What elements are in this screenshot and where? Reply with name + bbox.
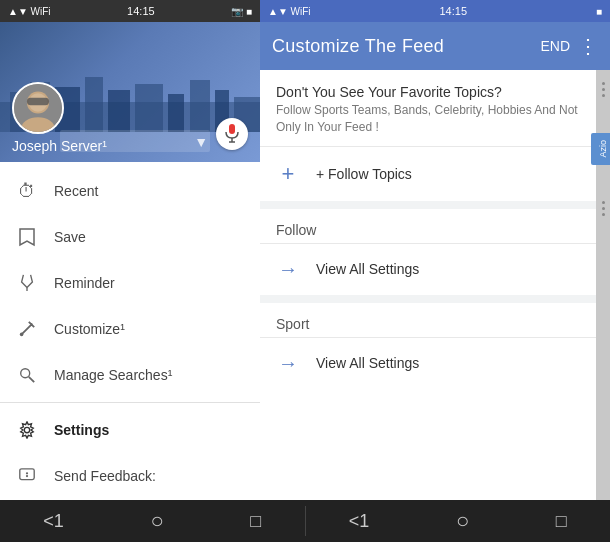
feed-header-title: Don't You See Your Favorite Topics? [276, 84, 580, 100]
settings-icon [16, 419, 38, 441]
recent-label: Recent [54, 183, 98, 199]
right-bottom-nav: <1 ○ □ [306, 500, 611, 542]
sport-view-all-label: View All Settings [316, 355, 419, 371]
send-feedback-icon [16, 465, 38, 487]
right-status-bar: ▲▼ WiFi 14:15 ■ [260, 0, 610, 22]
follow-view-all-item[interactable]: → View All Settings [260, 243, 596, 295]
manage-searches-label: Manage Searches¹ [54, 367, 172, 383]
follow-section-label: Follow [276, 222, 316, 238]
svg-rect-4 [85, 77, 103, 132]
svg-line-22 [29, 377, 34, 382]
svg-rect-8 [190, 80, 210, 132]
section-divider-1 [260, 201, 596, 209]
save-label: Save [54, 229, 86, 245]
drawer-item-save[interactable]: Save [0, 214, 260, 260]
left-bottom-nav: <1 ○ □ [0, 500, 305, 542]
feed-header-subtitle: Follow Sports Teams, Bands, Celebrity, H… [276, 102, 580, 136]
feed-title: Customize The Feed [272, 36, 444, 57]
feed-header-section: Don't You See Your Favorite Topics? Foll… [260, 70, 596, 146]
right-signal-icons: ▲▼ WiFi [268, 6, 311, 17]
save-icon [16, 226, 38, 248]
svg-rect-16 [229, 124, 235, 134]
recent-icon: ⏱ [16, 180, 38, 202]
right-recent-button[interactable]: □ [548, 503, 575, 540]
reminder-label: Reminder [54, 275, 115, 291]
left-back-button[interactable]: <1 [35, 503, 72, 540]
svg-point-21 [21, 369, 30, 378]
svg-point-23 [24, 427, 29, 432]
right-home-button[interactable]: ○ [448, 500, 477, 542]
feed-end-button[interactable]: END [540, 38, 570, 54]
sport-section-label: Sport [276, 316, 309, 332]
customize-label: Customize¹ [54, 321, 125, 337]
feed-more-options-icon[interactable]: ⋮ [578, 36, 598, 56]
right-time: 14:15 [440, 5, 468, 17]
left-recent-button[interactable]: □ [242, 503, 269, 540]
sport-section-header: Sport [260, 303, 596, 337]
drawer-item-settings[interactable]: Settings [0, 407, 260, 453]
svg-rect-15 [27, 98, 49, 105]
left-home-button[interactable]: ○ [142, 500, 171, 542]
drawer-item-manage-searches[interactable]: Manage Searches¹ [0, 352, 260, 398]
mic-icon[interactable] [216, 118, 248, 150]
drawer-item-reminder[interactable]: Reminder [0, 260, 260, 306]
sport-arrow-icon: → [276, 352, 300, 375]
follow-topics-label: + Follow Topics [316, 166, 412, 182]
svg-point-20 [20, 333, 24, 337]
reminder-icon [16, 272, 38, 294]
section-divider-2 [260, 295, 596, 303]
dropdown-arrow-icon[interactable]: ▼ [194, 134, 208, 150]
follow-arrow-icon: → [276, 258, 300, 281]
follow-section-header: Follow [260, 209, 596, 243]
follow-topics-plus-icon: + [276, 161, 300, 187]
manage-searches-icon [16, 364, 38, 386]
left-signal-icons: ▲▼ WiFi [8, 6, 51, 17]
left-battery: 📷 ■ [231, 6, 252, 17]
svg-rect-6 [135, 84, 163, 132]
svg-rect-7 [168, 94, 184, 132]
follow-view-all-label: View All Settings [316, 261, 419, 277]
svg-rect-5 [108, 90, 130, 132]
settings-label: Settings [54, 422, 109, 438]
left-time: 14:15 [127, 5, 155, 17]
avatar[interactable] [12, 82, 64, 134]
drawer-item-send-feedback[interactable]: Send Feedback: [0, 453, 260, 499]
right-battery: ■ [596, 6, 602, 17]
drawer-item-customize[interactable]: Customize¹ [0, 306, 260, 352]
drawer-item-recent[interactable]: ⏱ Recent [0, 168, 260, 214]
right-back-button[interactable]: <1 [341, 503, 378, 540]
drawer-user-name: Joseph Server¹ [12, 138, 248, 154]
left-status-bar: ▲▼ WiFi 14:15 📷 ■ [0, 0, 260, 22]
customize-icon [16, 318, 38, 340]
feed-toolbar: Customize The Feed END ⋮ [260, 22, 610, 70]
sport-view-all-item[interactable]: → View All Settings [260, 337, 596, 389]
right-side-strip: Azio [596, 70, 610, 500]
send-feedback-label: Send Feedback: [54, 468, 156, 484]
follow-topics-item[interactable]: + + Follow Topics [260, 146, 596, 201]
